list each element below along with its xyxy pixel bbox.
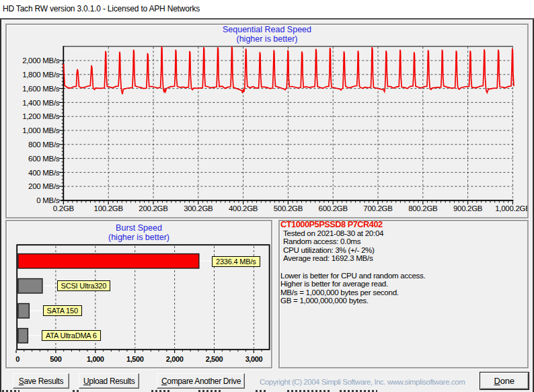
- drive-info-panel: CT1000P5PSSD8 P7CR402 Tested on 2021-08-…: [280, 221, 527, 305]
- clipped-background-text: [151, 390, 170, 392]
- burst-x-tick-label: 0: [15, 355, 20, 363]
- drive-model-text: CT1000P5PSSD8 P7CR402: [280, 221, 527, 229]
- read-x-axis: [61, 200, 513, 201]
- save-results-button[interactable]: Save Results: [13, 373, 69, 389]
- burst-bar-scsi-label: SCSI Ultra320: [57, 280, 111, 291]
- read-x-tick-label: 500.2GB: [274, 204, 303, 212]
- clipped-background-text: [256, 390, 266, 392]
- burst-bar-sata-label: SATA 150: [43, 305, 82, 316]
- read-x-tick-label: 900.2GB: [453, 204, 483, 212]
- read-x-tick-label: 700.2GB: [363, 204, 393, 212]
- clipped-background-text: [287, 390, 330, 392]
- random-access-text: Random access: 0.0ms: [280, 237, 527, 246]
- app-window: HD Tach RW version 3.0.1.0 - Licensed to…: [0, 0, 534, 392]
- read-y-tick-label: 600 MB/s: [28, 155, 60, 163]
- burst-bar-value-label: 2336.4 MB/s: [212, 256, 260, 267]
- burst-x-tick-label: 2,500: [206, 355, 223, 363]
- read-x-tick-label: 300.2GB: [184, 204, 213, 212]
- info-spacer: [280, 263, 527, 272]
- compare-another-drive-button[interactable]: Compare Another Drive: [157, 373, 245, 389]
- burst-x-tick-label: 2,000: [166, 355, 184, 363]
- read-y-tick-label: 1,200 MB/s: [22, 112, 60, 120]
- note-higher-text: Higher is better for average read.: [280, 280, 527, 288]
- burst-x-tick-label: 3,000: [245, 355, 263, 363]
- read-y-tick-label: 1,800 MB/s: [22, 71, 60, 79]
- burst-x-tick-label: 1,000: [87, 355, 104, 363]
- burst-bar-ata-label: ATA UltraDMA 6: [42, 330, 101, 341]
- read-y-tick-label: 1,000 MB/s: [22, 126, 60, 134]
- read-x-tick-label: 600.2GB: [319, 204, 348, 212]
- clipped-background-text: [2, 390, 20, 392]
- clipped-background-text: [198, 390, 223, 392]
- burst-bar-ata-ultradma-6: [18, 329, 28, 344]
- burst-bar-scsi-ultra320: [18, 279, 42, 294]
- burst-bar-measured-drive: [18, 254, 199, 269]
- read-x-tick-label: 100.2GB: [94, 204, 124, 212]
- read-x-tick-label: 1,000.2GB: [495, 204, 531, 212]
- burst-x-tick-label: 1,500: [126, 355, 144, 363]
- read-y-tick-label: 0 MB/s: [36, 196, 60, 204]
- read-y-tick-label: 1,600 MB/s: [22, 85, 60, 93]
- clipped-background-text: [340, 390, 377, 392]
- copyright-text: Copyright (C) 2004 Simpli Software, Inc.…: [260, 378, 465, 386]
- read-y-tick-label: 1,400 MB/s: [22, 99, 60, 107]
- read-y-tick-label: 800 MB/s: [28, 141, 60, 149]
- read-x-tick-label: 200.2GB: [139, 204, 168, 212]
- clipped-background-text: [73, 390, 80, 392]
- read-y-tick-label: 200 MB/s: [28, 182, 60, 190]
- read-y-tick-label: 2,000 MB/s: [22, 56, 60, 65]
- average-read-text: Average read: 1692.3 MB/s: [280, 254, 527, 263]
- burst-bar-sata-150: [18, 304, 29, 319]
- read-x-tick-label: 800.2GB: [408, 204, 438, 212]
- read-x-tick-label: 0.2GB: [53, 204, 75, 212]
- upload-results-button[interactable]: Upload Results: [79, 373, 139, 389]
- burst-x-tick-label: 500: [50, 355, 61, 363]
- done-button[interactable]: Done: [480, 373, 529, 389]
- read-x-tick-label: 400.2GB: [229, 204, 258, 212]
- read-y-tick-label: 400 MB/s: [28, 169, 60, 177]
- note-gb-text: GB = 1,000,000,000 bytes.: [280, 297, 527, 305]
- read-speed-line: [63, 46, 514, 94]
